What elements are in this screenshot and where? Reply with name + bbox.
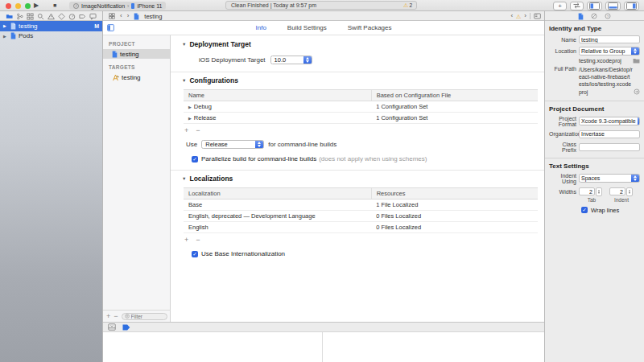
- targets-header: TARGETS: [109, 64, 170, 70]
- jump-bar-file-label[interactable]: testing: [144, 13, 162, 20]
- disclosure-icon[interactable]: ▼: [182, 42, 186, 47]
- history-inspector-icon[interactable]: [591, 13, 597, 19]
- tab-info[interactable]: Info: [256, 24, 266, 31]
- minimize-window-button[interactable]: [15, 3, 21, 9]
- remove-configuration-button[interactable]: −: [196, 127, 200, 134]
- warning-badge[interactable]: ⚠ 2: [403, 2, 412, 9]
- widths-captions: Tab Indent: [549, 197, 640, 203]
- indent-using-dropdown[interactable]: Spaces: [579, 174, 640, 183]
- tab-build-settings[interactable]: Build Settings: [287, 24, 327, 31]
- toggle-navigator-button[interactable]: [587, 2, 602, 10]
- use-label: Use: [186, 141, 197, 148]
- name-field[interactable]: [579, 35, 640, 43]
- quick-help-inspector-icon[interactable]: ?: [605, 13, 611, 19]
- name-row: Name: [549, 35, 640, 43]
- editor-options-icon[interactable]: [534, 13, 541, 19]
- disclosure-icon[interactable]: ▶: [188, 105, 192, 109]
- indent-width-stepper[interactable]: 2: [609, 187, 633, 196]
- sidebar-item-label: Pods: [19, 32, 33, 39]
- stepper-arrows-icon[interactable]: [596, 187, 602, 196]
- warning-icon: ⚠: [403, 2, 408, 8]
- parallelize-label: Parallelize build for command-line build…: [201, 155, 316, 162]
- dropdown-chevrons-icon: [638, 117, 640, 125]
- back-icon[interactable]: ‹: [120, 12, 122, 20]
- tab-width-value[interactable]: 2: [579, 187, 595, 195]
- table-row[interactable]: Base 1 File Localized: [184, 200, 538, 211]
- previous-issue-icon[interactable]: ‹: [510, 12, 513, 20]
- symbol-navigator-icon[interactable]: [27, 13, 34, 20]
- wrap-lines-checkbox[interactable]: ✓: [581, 207, 588, 213]
- add-configuration-button[interactable]: +: [184, 127, 188, 134]
- jump-to-path-icon[interactable]: [634, 88, 640, 95]
- toggle-debug-area-button[interactable]: [605, 2, 621, 10]
- breakpoint-navigator-icon[interactable]: [79, 13, 86, 20]
- toggle-project-list-icon[interactable]: [107, 24, 114, 31]
- disclosure-icon[interactable]: ▶: [3, 23, 8, 28]
- section-configurations[interactable]: ▼ Configurations: [182, 76, 544, 84]
- table-row[interactable]: ▶Release 1 Configuration Set: [184, 113, 538, 124]
- scheme-selector[interactable]: i ImageNotification › iPhone 11: [69, 2, 166, 10]
- tab-swift-packages[interactable]: Swift Packages: [348, 24, 392, 31]
- close-window-button[interactable]: [6, 3, 11, 9]
- sidebar-item-testing[interactable]: ▶ testing M: [0, 21, 102, 31]
- toggle-inspector-button[interactable]: [624, 2, 639, 10]
- run-button[interactable]: ▶: [34, 1, 39, 10]
- file-inspector-icon[interactable]: [578, 13, 584, 20]
- find-navigator-icon[interactable]: [37, 13, 44, 20]
- table-row[interactable]: English 0 Files Localized: [184, 222, 538, 233]
- stepper-arrows-icon[interactable]: [626, 187, 633, 196]
- activity-viewer[interactable]: Clean Finished | Today at 9:57 pm ⚠ 2: [225, 1, 417, 10]
- disclosure-icon[interactable]: ▶: [188, 116, 192, 121]
- remove-target-button[interactable]: −: [114, 312, 118, 320]
- breakpoints-toggle-icon[interactable]: [122, 324, 130, 331]
- stop-button[interactable]: ■: [53, 1, 56, 10]
- next-issue-icon[interactable]: ›: [524, 12, 526, 20]
- folder-icon[interactable]: [633, 58, 640, 64]
- debug-navigator-icon[interactable]: [68, 13, 76, 20]
- target-item-testing[interactable]: testing: [103, 72, 170, 82]
- sidebar-item-pods[interactable]: ▶ Pods: [0, 31, 102, 42]
- filter-input[interactable]: [131, 314, 164, 319]
- location-dropdown[interactable]: Relative to Group: [579, 47, 640, 56]
- command-line-configuration-dropdown[interactable]: Release: [201, 140, 264, 149]
- zoom-window-button[interactable]: [25, 3, 31, 9]
- table-header-row: Localization Resources: [184, 188, 538, 200]
- project-format-dropdown[interactable]: Xcode 9.3-compatible: [579, 117, 640, 125]
- filter-field[interactable]: [122, 313, 167, 320]
- code-review-button[interactable]: [570, 2, 584, 10]
- indent-width-value[interactable]: 2: [609, 187, 625, 195]
- table-row[interactable]: English, deprecated — Development Langua…: [184, 211, 538, 222]
- disclosure-icon[interactable]: ▼: [182, 78, 186, 83]
- section-localizations[interactable]: ▼ Localizations: [182, 175, 544, 183]
- table-row[interactable]: ▶Debug 1 Configuration Set: [184, 101, 538, 113]
- tab-width-stepper[interactable]: 2: [579, 187, 602, 196]
- related-items-icon[interactable]: [109, 13, 115, 19]
- debug-bar: [103, 322, 544, 332]
- add-target-button[interactable]: +: [106, 312, 110, 320]
- hide-debug-area-icon[interactable]: [108, 323, 116, 331]
- add-localization-button[interactable]: +: [184, 237, 188, 244]
- project-item-testing[interactable]: testing: [103, 49, 170, 59]
- configurations-add-remove: + −: [184, 127, 544, 134]
- disclosure-icon[interactable]: ▼: [182, 176, 186, 181]
- configurations-table: Name Based on Configuration File ▶Debug …: [184, 89, 538, 124]
- organization-field[interactable]: [579, 130, 640, 138]
- issue-navigator-icon[interactable]: [47, 13, 55, 20]
- source-control-navigator-icon[interactable]: [16, 13, 23, 20]
- use-base-checkbox[interactable]: ✓: [192, 251, 198, 257]
- forward-icon[interactable]: ›: [127, 12, 130, 20]
- debug-console[interactable]: [103, 332, 544, 362]
- test-navigator-icon[interactable]: [58, 13, 65, 20]
- project-navigator-icon[interactable]: [6, 13, 13, 20]
- class-prefix-field[interactable]: [579, 143, 640, 151]
- navigator-sidebar: ▶ testing M ▶ Pods: [0, 21, 103, 362]
- parallelize-checkbox[interactable]: ✓: [192, 156, 198, 162]
- ios-deployment-target-dropdown[interactable]: 10.0: [270, 56, 312, 64]
- disclosure-icon[interactable]: ▶: [3, 34, 8, 39]
- remove-localization-button[interactable]: −: [196, 237, 200, 244]
- add-editor-button[interactable]: +: [553, 2, 567, 10]
- section-deployment-target[interactable]: ▼ Deployment Target: [182, 40, 544, 48]
- console-divider[interactable]: [322, 332, 323, 362]
- report-navigator-icon[interactable]: [89, 13, 97, 20]
- filter-icon: [125, 314, 130, 319]
